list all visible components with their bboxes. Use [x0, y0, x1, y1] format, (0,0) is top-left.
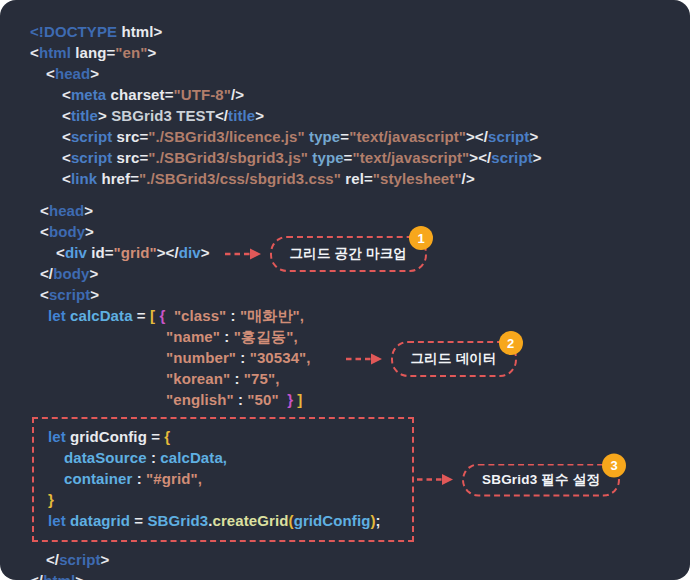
- code-token: <: [46, 65, 55, 82]
- dashed-arrow-icon: [224, 248, 261, 260]
- code-token: script: [71, 149, 112, 166]
- code-line: <meta charset="UTF-8"/>: [30, 84, 684, 105]
- code-token: let: [48, 512, 70, 529]
- code-token: datagrid: [70, 512, 130, 529]
- code-token: <: [62, 170, 71, 187]
- code-token: ;: [376, 512, 381, 529]
- code-token: />: [231, 86, 244, 103]
- code-token: :: [236, 349, 250, 366]
- highlight-box: let gridConfig = {dataSource : calcData,…: [32, 417, 414, 542]
- code-token: <: [40, 223, 49, 240]
- callout-badge: 3: [602, 453, 626, 477]
- code-token: "50": [247, 391, 278, 408]
- code-token: type: [312, 149, 343, 166]
- code-token: "text/javascript": [349, 128, 466, 145]
- code-line: <div id="grid"></div>그리드 공간 마크업1: [30, 242, 684, 263]
- code-token: [279, 391, 288, 408]
- code-token: script: [71, 128, 112, 145]
- code-token: title: [71, 107, 98, 124]
- code-token: script: [49, 286, 90, 303]
- code-token: body: [49, 223, 85, 240]
- callout-label: SBGrid3 필수 설정: [482, 470, 600, 488]
- code-token: >: [101, 551, 110, 568]
- code-token: html>: [117, 23, 162, 40]
- code-token: <: [56, 244, 65, 261]
- code-token: src=: [112, 128, 148, 145]
- code-line: </script>: [30, 549, 684, 570]
- code-token: >: [75, 572, 84, 580]
- code-token: SBGrid3 TEST: [111, 107, 215, 124]
- code-token: "75",: [244, 370, 280, 387]
- code-token: "class": [174, 307, 226, 324]
- code-token: ></: [157, 244, 179, 261]
- code-token: >: [529, 128, 538, 145]
- code-token: <: [62, 149, 71, 166]
- code-token: ></: [469, 149, 491, 166]
- code-token: createGrid: [212, 512, 288, 529]
- code-panel: <!DOCTYPE html><html lang="en"><head><me…: [0, 0, 690, 580]
- callout-label: 그리드 공간 마크업: [290, 243, 408, 264]
- code-token: script: [491, 149, 532, 166]
- code-token: dataSource: [64, 449, 147, 466]
- code-token: div: [179, 244, 201, 261]
- code-token: <: [40, 202, 49, 219]
- code-token: script: [59, 551, 100, 568]
- code-token: <: [62, 86, 71, 103]
- code-line: }: [34, 489, 412, 510]
- code-token: >: [90, 286, 99, 303]
- code-token: charset=: [106, 86, 173, 103]
- code-token: </: [46, 551, 59, 568]
- code-token: "./SBGrid3/sbgrid3.js": [148, 149, 308, 166]
- code-token: lang=: [71, 44, 115, 61]
- dashed-arrow-icon: [345, 353, 382, 365]
- code-token: >: [84, 202, 93, 219]
- code-token: html: [39, 44, 71, 61]
- code-token: >: [98, 107, 111, 124]
- code-token: =: [130, 512, 147, 529]
- code-token: >: [85, 223, 94, 240]
- code-token: [165, 307, 174, 324]
- code-token: <!DOCTYPE: [30, 23, 117, 40]
- code-token: :: [220, 328, 234, 345]
- code-token: :: [230, 370, 244, 387]
- code-line: <script src="./SBGrid3/sbgrid3.js" type=…: [30, 147, 684, 168]
- code-token: rel=: [341, 170, 373, 187]
- dashed-arrow-icon: [416, 474, 453, 486]
- code-token: </: [215, 107, 228, 124]
- code-token: div: [65, 244, 87, 261]
- code-token: <: [40, 286, 49, 303]
- callout: 그리드 공간 마크업1: [224, 244, 428, 265]
- code-token: :: [234, 391, 248, 408]
- code-line: </body>: [30, 263, 684, 284]
- code-token: <: [62, 107, 71, 124]
- code-token: head: [49, 202, 84, 219]
- code-token: >: [90, 65, 99, 82]
- callout: 그리드 데이터2: [345, 349, 517, 370]
- code-token: "grid": [114, 244, 157, 261]
- code-line: let gridConfig = {: [34, 426, 412, 447]
- code-line: container : "#grid",: [34, 468, 412, 489]
- code-token: "english": [166, 391, 234, 408]
- code-token: "en": [115, 44, 147, 61]
- code-token: "매화반",: [240, 307, 304, 324]
- code-token: link: [71, 170, 97, 187]
- code-token: title: [228, 107, 255, 124]
- code-token: =: [133, 307, 150, 324]
- code-token: "number": [166, 349, 236, 366]
- code-token: id=: [87, 244, 114, 261]
- code-token: "30534",: [250, 349, 311, 366]
- code-token: >: [89, 265, 98, 282]
- code-token: ]: [297, 391, 302, 408]
- code-token: >: [533, 149, 542, 166]
- code-token: container: [64, 470, 132, 487]
- code-token: let: [48, 428, 70, 445]
- code-line: let calcData = [ { "class" : "매화반",: [30, 305, 684, 326]
- code-token: "./SBGrid3/css/sbgrid3.css": [139, 170, 341, 187]
- code-token: "text/javascript": [352, 149, 469, 166]
- code-line: dataSource : calcData,: [34, 447, 412, 468]
- code-token: gridConfig: [294, 512, 371, 529]
- callout-pill: SBGrid3 필수 설정3: [462, 463, 620, 496]
- code-line: <title> SBGrid3 TEST</title>: [30, 105, 684, 126]
- code-token: >: [255, 107, 264, 124]
- code-token: "korean": [166, 370, 230, 387]
